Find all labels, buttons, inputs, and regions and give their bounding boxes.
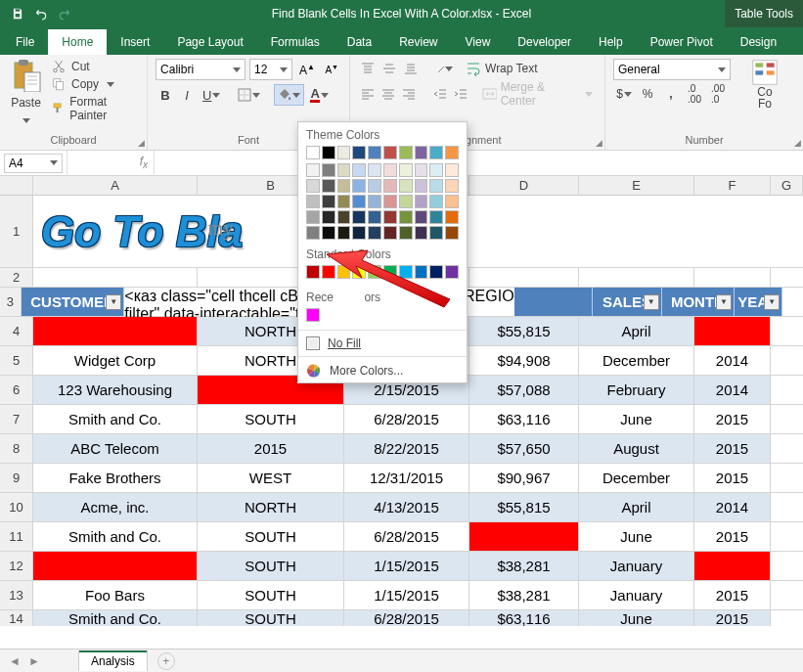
color-swatch[interactable] [399,195,413,208]
cell[interactable] [771,434,803,463]
color-swatch[interactable] [415,210,428,224]
color-swatch[interactable] [445,265,459,279]
color-swatch[interactable] [352,179,366,193]
decrease-decimal-icon[interactable]: .00.0 [707,84,729,104]
color-swatch[interactable] [429,195,443,208]
color-swatch[interactable] [322,179,335,193]
font-size-combo[interactable]: 12 [249,59,292,80]
color-swatch[interactable] [352,146,366,159]
cell[interactable] [771,610,803,626]
color-swatch[interactable] [383,195,397,208]
column-filter[interactable]: MONTH [662,288,735,316]
color-swatch[interactable] [352,163,366,177]
tab-developer[interactable]: Developer [504,29,585,55]
cell[interactable]: ABC Telecom [33,434,198,463]
cell[interactable]: 1/15/2015 [344,552,469,580]
cell[interactable] [771,405,803,433]
cell[interactable]: SOUTH [198,522,344,551]
italic-button[interactable]: I [177,84,197,106]
name-box[interactable]: A4 [4,154,63,173]
cell[interactable]: $57,650 [469,434,579,463]
color-swatch[interactable] [352,265,366,279]
column-filter[interactable] [514,288,594,316]
color-swatch[interactable] [415,179,428,193]
cell[interactable]: $55,815 [469,317,579,345]
color-swatch[interactable] [306,163,320,177]
color-swatch[interactable] [445,210,459,224]
accounting-format-icon[interactable]: $ [613,84,635,104]
cell[interactable]: Fake Brothers [33,464,198,492]
sheet-tab[interactable]: Analysis [78,650,148,671]
borders-button[interactable] [234,84,264,106]
row-header[interactable]: 1 [0,196,33,267]
cell[interactable]: WEST [198,464,344,492]
color-swatch[interactable] [445,195,459,208]
col-header[interactable]: F [694,176,771,195]
row-header[interactable]: 12 [0,552,33,580]
tab-file[interactable]: File [2,29,48,55]
color-swatch[interactable] [383,210,397,224]
cell[interactable] [771,464,803,492]
increase-indent-icon[interactable] [452,84,470,104]
number-format-combo[interactable]: General [613,59,731,80]
cell[interactable] [771,522,803,551]
color-swatch[interactable] [337,163,351,177]
fill-color-button[interactable] [274,84,304,106]
col-header[interactable]: D [469,176,579,195]
row-header[interactable]: 11 [0,522,33,551]
color-swatch[interactable] [429,146,443,159]
cell[interactable]: SOUTH [198,581,344,609]
color-swatch[interactable] [322,195,335,208]
color-swatch[interactable] [322,265,335,279]
paste-button[interactable]: Paste [8,59,44,127]
color-swatch[interactable] [429,163,443,177]
cell[interactable] [771,376,803,404]
cell[interactable]: 6/28/2015 [344,405,469,433]
color-swatch[interactable] [352,195,366,208]
cell[interactable]: Smith and Co. [33,610,198,626]
dialog-launcher-icon[interactable]: ◢ [794,138,801,148]
cell[interactable]: February [579,376,694,404]
color-swatch[interactable] [415,265,428,279]
row-header[interactable]: 13 [0,581,33,609]
row-header[interactable]: 4 [0,317,33,345]
align-middle-icon[interactable] [379,59,399,78]
color-swatch[interactable] [445,226,459,240]
cell[interactable]: December [579,346,694,375]
color-swatch[interactable] [383,226,397,240]
cell[interactable]: 1/15/2015 [344,581,469,609]
color-swatch[interactable] [429,179,443,193]
percent-format-icon[interactable]: % [637,84,658,104]
align-left-icon[interactable] [358,84,377,104]
col-header[interactable]: E [579,176,694,195]
color-swatch[interactable] [368,265,381,279]
tab-help[interactable]: Help [585,29,637,55]
cell[interactable]: SOUTH [198,552,344,580]
column-filter[interactable]: SALES [593,288,662,316]
cell[interactable]: 2015 [694,522,771,551]
color-swatch[interactable] [306,146,320,159]
color-swatch[interactable] [445,163,459,177]
color-swatch[interactable] [337,179,351,193]
color-swatch[interactable] [322,163,335,177]
more-colors-item[interactable]: More Colors... [298,359,467,382]
cell[interactable]: June [579,405,694,433]
cell[interactable] [33,552,198,580]
color-swatch[interactable] [429,210,443,224]
cell[interactable]: SOUTH [198,405,344,433]
cell[interactable]: 2014 [694,376,771,404]
color-swatch[interactable] [306,179,320,193]
color-swatch[interactable] [337,195,351,208]
merge-center-button[interactable]: Merge & Center [478,80,597,108]
fx-icon[interactable]: fx [140,155,148,170]
cell[interactable]: 123 Warehousing [33,376,198,404]
orientation-icon[interactable] [434,59,454,78]
color-swatch[interactable] [399,146,413,159]
tab-formulas[interactable]: Formulas [257,29,334,55]
underline-button[interactable]: U [199,84,224,106]
align-right-icon[interactable] [399,84,418,104]
color-swatch[interactable] [368,146,381,159]
cell[interactable]: 2015 [694,581,771,609]
cell[interactable]: 4/13/2015 [344,493,469,521]
color-swatch[interactable] [368,163,381,177]
